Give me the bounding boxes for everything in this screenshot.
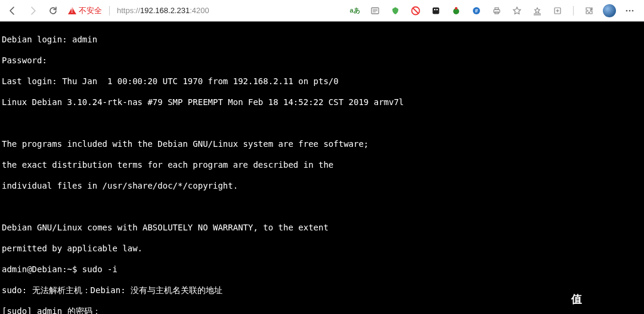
collections-icon[interactable]	[549, 2, 566, 19]
menu-icon[interactable]	[621, 2, 638, 19]
refresh-button[interactable]	[44, 2, 62, 20]
line-motd: the exact distribution terms for each pr…	[2, 160, 640, 171]
profile-avatar[interactable]	[601, 2, 618, 19]
divider	[573, 6, 574, 16]
line-motd: permitted by applicable law.	[2, 244, 640, 254]
browser-toolbar: 不安全 https://192.168.2.231:4200 aあ #	[0, 0, 644, 21]
favorites-icon[interactable]	[529, 2, 546, 19]
line-motd: Debian GNU/Linux comes with ABSOLUTELY N…	[2, 223, 640, 233]
favorite-icon[interactable]	[509, 2, 525, 19]
line-sudo-error: sudo: 无法解析主机：Debian: 没有与主机名关联的地址	[2, 285, 640, 296]
svg-point-23	[632, 10, 634, 11]
not-secure-badge[interactable]: 不安全	[68, 5, 102, 16]
ublock-icon[interactable]	[387, 2, 404, 19]
svg-rect-8	[436, 9, 438, 10]
svg-rect-14	[495, 8, 499, 10]
line-lastlogin: Last login: Thu Jan 1 00:00:20 UTC 1970 …	[2, 76, 640, 87]
blank-line	[2, 202, 640, 213]
tab-icon[interactable]	[428, 2, 444, 19]
back-button[interactable]	[4, 2, 21, 20]
reader-icon[interactable]	[367, 2, 383, 19]
svg-point-10	[455, 7, 457, 9]
line-prompt: admin@Debian:~$ sudo -i	[2, 264, 640, 275]
line-password: Password:	[2, 56, 640, 66]
svg-point-22	[629, 10, 631, 11]
noscript-icon[interactable]	[407, 2, 424, 19]
hash-icon[interactable]: #	[468, 2, 485, 19]
line-login: Debian login: admin	[2, 35, 640, 45]
forward-button[interactable]	[24, 2, 42, 20]
line-motd: The programs included with the Debian GN…	[2, 139, 640, 150]
extensions-icon[interactable]	[581, 2, 597, 19]
divider	[109, 6, 110, 16]
ladybug-icon[interactable]	[448, 2, 465, 19]
svg-line-5	[413, 8, 419, 13]
blank-line	[2, 118, 640, 129]
svg-rect-6	[433, 7, 439, 14]
terminal-content[interactable]: Debian login: admin Password: Last login…	[0, 21, 644, 314]
svg-text:#: #	[475, 8, 478, 14]
line-motd: individual files in /usr/share/doc/*/cop…	[2, 181, 640, 192]
line-sudo-pw: [sudo] admin 的密码：	[2, 306, 640, 315]
line-uname: Linux Debian 3.10.24-rtk-nas #79 SMP PRE…	[2, 97, 640, 108]
warning-icon	[68, 7, 76, 14]
extension-toolbar: aあ #	[346, 2, 638, 19]
svg-rect-7	[434, 9, 435, 10]
not-secure-text: 不安全	[79, 5, 102, 16]
address-bar: 不安全 https://192.168.2.231:4200	[68, 5, 224, 16]
printer-icon[interactable]	[488, 2, 505, 19]
translate-icon[interactable]: aあ	[346, 2, 363, 19]
svg-point-21	[626, 10, 628, 11]
url-display[interactable]: https://192.168.2.231:4200	[117, 6, 224, 15]
